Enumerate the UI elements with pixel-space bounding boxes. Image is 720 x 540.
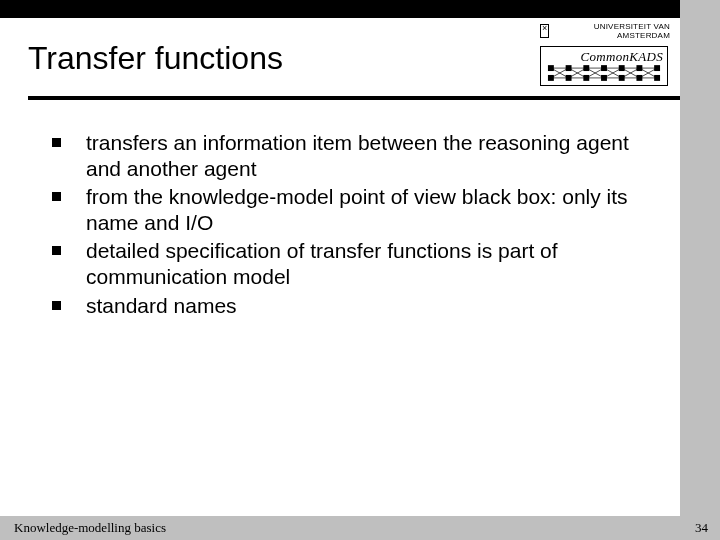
svg-rect-20 xyxy=(654,65,660,71)
svg-rect-27 xyxy=(654,75,660,81)
svg-rect-25 xyxy=(619,75,625,81)
commonkads-logo: CommonKADS xyxy=(540,46,668,86)
svg-rect-21 xyxy=(548,75,554,81)
svg-rect-15 xyxy=(566,65,572,71)
logo-area: UNIVERSITEIT VAN AMSTERDAM CommonKADS xyxy=(540,22,670,86)
svg-rect-22 xyxy=(566,75,572,81)
top-black-bar xyxy=(0,0,720,18)
list-item: transfers an information item between th… xyxy=(52,130,642,181)
page-number: 34 xyxy=(695,520,708,536)
university-label: UNIVERSITEIT VAN AMSTERDAM xyxy=(553,22,670,40)
list-item: detailed specification of transfer funct… xyxy=(52,238,642,289)
bullet-list: transfers an information item between th… xyxy=(52,130,642,321)
right-grey-bar xyxy=(680,0,720,540)
svg-rect-16 xyxy=(583,65,589,71)
network-icon xyxy=(545,64,663,82)
svg-rect-26 xyxy=(636,75,642,81)
commonkads-label: CommonKADS xyxy=(545,49,663,65)
page-title: Transfer functions xyxy=(28,40,283,77)
svg-rect-23 xyxy=(583,75,589,81)
list-item: standard names xyxy=(52,293,642,319)
svg-rect-14 xyxy=(548,65,554,71)
list-item: from the knowledge-model point of view b… xyxy=(52,184,642,235)
university-logo: UNIVERSITEIT VAN AMSTERDAM xyxy=(540,22,670,40)
svg-rect-24 xyxy=(601,75,607,81)
slide: UNIVERSITEIT VAN AMSTERDAM CommonKADS xyxy=(0,0,720,540)
svg-rect-17 xyxy=(601,65,607,71)
title-underline xyxy=(28,96,680,100)
svg-rect-18 xyxy=(619,65,625,71)
shield-icon xyxy=(540,24,549,38)
footer-text: Knowledge-modelling basics xyxy=(14,520,166,536)
svg-rect-19 xyxy=(636,65,642,71)
